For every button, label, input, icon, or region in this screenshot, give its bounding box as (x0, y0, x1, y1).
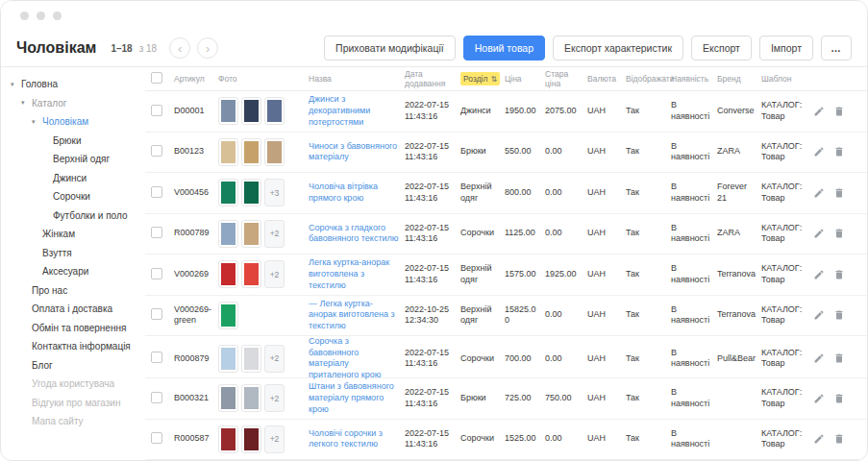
more-photos-badge[interactable]: +2 (264, 260, 285, 288)
delete-icon[interactable] (833, 433, 845, 445)
sidebar-item-holovna[interactable]: ▾Головна (11, 75, 145, 94)
product-name-link[interactable]: Штани з бавовняного матеріалу прямого кр… (309, 381, 405, 415)
chevron-down-icon[interactable]: ▾ (21, 99, 32, 107)
product-photo[interactable] (241, 425, 261, 453)
more-photos-badge[interactable]: +2 (264, 384, 285, 412)
more-actions-button[interactable]: … (821, 36, 852, 61)
sidebar-item-obmin[interactable]: Обмін та повернення (11, 319, 145, 338)
new-product-button[interactable]: Новий товар (463, 36, 545, 61)
column-header-availability[interactable]: Наявність (671, 74, 717, 84)
sidebar-item-vidhuky[interactable]: Відгуки про магазин (11, 394, 145, 413)
edit-icon[interactable] (813, 146, 825, 158)
column-header-display[interactable]: Відображати (626, 74, 671, 84)
edit-icon[interactable] (813, 309, 825, 321)
product-photo[interactable] (218, 138, 238, 166)
column-header-old-price[interactable]: Стара ціна (545, 69, 587, 88)
table-row[interactable]: R000879 +2 Сорочка з бавовняного матеріа… (145, 336, 867, 378)
product-photo[interactable] (264, 138, 285, 166)
hide-modifications-button[interactable]: Приховати модифікації (324, 36, 456, 61)
product-photo[interactable] (241, 138, 261, 166)
delete-icon[interactable] (833, 228, 845, 239)
product-photo[interactable] (218, 97, 238, 125)
product-photo[interactable] (241, 384, 261, 412)
export-button[interactable]: Експорт (691, 36, 752, 61)
product-name-link[interactable]: Сорочка з бавовняного матеріалу притален… (309, 336, 405, 381)
sidebar-item-cholovikam[interactable]: ▾Чоловікам (11, 112, 145, 132)
edit-icon[interactable] (813, 393, 825, 404)
product-photo[interactable] (241, 260, 261, 288)
sidebar-item-aksesuary[interactable]: Аксесуари (11, 262, 145, 281)
sort-icon[interactable]: ⇅ (490, 75, 497, 84)
next-page-button[interactable]: › (197, 37, 218, 59)
product-photo[interactable] (218, 260, 238, 288)
edit-icon[interactable] (813, 187, 825, 199)
window-control-dot[interactable] (37, 12, 45, 20)
product-name-link[interactable]: Сорочка з гладкого бавовняного текстилю (309, 223, 405, 245)
table-row[interactable]: R000587 +2 Чоловічі сорочки з легкого те… (145, 420, 867, 461)
edit-icon[interactable] (813, 228, 825, 239)
column-header-photo[interactable]: Фото (218, 74, 309, 84)
row-checkbox[interactable] (151, 145, 162, 157)
delete-icon[interactable] (833, 146, 845, 158)
row-checkbox[interactable] (151, 105, 162, 116)
sidebar-item-uhoda[interactable]: Угода користувача (11, 375, 145, 394)
more-photos-badge[interactable]: +3 (264, 179, 285, 206)
window-control-dot[interactable] (20, 12, 29, 20)
chevron-down-icon[interactable]: ▾ (11, 81, 21, 88)
edit-icon[interactable] (813, 269, 825, 280)
sidebar-item-kataloh[interactable]: ▾Каталог (11, 94, 145, 113)
import-button[interactable]: Імпорт (759, 36, 813, 61)
row-checkbox[interactable] (151, 308, 162, 320)
product-name-link[interactable]: Легка куртка-анорак виготовлена з тексти… (309, 257, 405, 291)
sidebar-item-mapa-saitu[interactable]: Мапа сайту (11, 412, 145, 431)
row-checkbox[interactable] (151, 352, 162, 363)
column-header-section[interactable]: Розділ⇅ (460, 72, 505, 85)
row-checkbox[interactable] (151, 268, 162, 279)
product-photo[interactable] (218, 302, 238, 329)
table-row[interactable]: V000269-green — Легка куртка-анорак виго… (145, 296, 867, 337)
product-photo[interactable] (218, 384, 238, 412)
product-photo[interactable] (218, 345, 238, 373)
product-name-link[interactable]: Чоловічі сорочки з легкого текстилю (309, 428, 405, 450)
row-checkbox[interactable] (151, 392, 162, 403)
sidebar-item-vzuttia[interactable]: Взуття (11, 244, 145, 263)
table-row[interactable]: B00123 Чиноси з бавовняного матеріалу 20… (145, 133, 867, 174)
product-photo[interactable] (241, 220, 261, 248)
column-header-price[interactable]: Ціна (505, 74, 545, 84)
more-photos-badge[interactable]: +2 (264, 220, 285, 248)
delete-icon[interactable] (833, 269, 845, 280)
edit-icon[interactable] (813, 433, 825, 445)
product-name-link[interactable]: Чиноси з бавовняного матеріалу (309, 141, 405, 163)
select-all-checkbox[interactable] (151, 72, 162, 84)
product-photo[interactable] (218, 220, 238, 248)
table-row[interactable]: B000321 +2 Штани з бавовняного матеріалу… (145, 378, 867, 420)
product-photo[interactable] (218, 179, 238, 206)
delete-icon[interactable] (833, 106, 845, 117)
product-photo[interactable] (218, 425, 238, 453)
column-header-article[interactable]: Артикул (174, 74, 218, 84)
table-row[interactable]: R000789 +2 Сорочка з гладкого бавовняног… (145, 214, 867, 255)
sidebar-item-briuky[interactable]: Брюки (11, 132, 145, 151)
chevron-down-icon[interactable]: ▾ (32, 118, 42, 126)
sidebar-item-pro-nas[interactable]: Про нас (11, 281, 145, 301)
delete-icon[interactable] (833, 352, 845, 364)
row-checkbox[interactable] (151, 227, 162, 238)
edit-icon[interactable] (813, 106, 825, 117)
row-checkbox[interactable] (151, 432, 162, 444)
product-name-link[interactable]: Джинси з декоративними потертостями (309, 94, 405, 128)
table-row[interactable]: V000269 +2 Легка куртка-анорак виготовле… (145, 255, 867, 296)
sidebar-item-sorochky[interactable]: Сорочки (11, 187, 145, 206)
more-photos-badge[interactable]: +2 (264, 425, 285, 453)
more-photos-badge[interactable]: +2 (264, 345, 285, 373)
column-header-template[interactable]: Шаблон (761, 74, 813, 84)
row-checkbox[interactable] (151, 186, 162, 198)
product-photo[interactable] (241, 179, 261, 206)
column-header-brand[interactable]: Бренд (717, 74, 761, 84)
product-name-link[interactable]: — Легка куртка-анорак виготовлена з текс… (309, 299, 405, 332)
sidebar-item-oplata[interactable]: Оплата і доставка (11, 300, 145, 319)
column-header-name[interactable]: Назва (309, 74, 405, 84)
table-row[interactable]: V000456 +3 Чоловіча вітрівка прямого кро… (145, 173, 867, 214)
product-photo[interactable] (241, 97, 261, 125)
sidebar-item-kontaktna[interactable]: Контактна інформація (11, 337, 145, 356)
column-header-date-added[interactable]: Дата додавання (405, 69, 460, 88)
